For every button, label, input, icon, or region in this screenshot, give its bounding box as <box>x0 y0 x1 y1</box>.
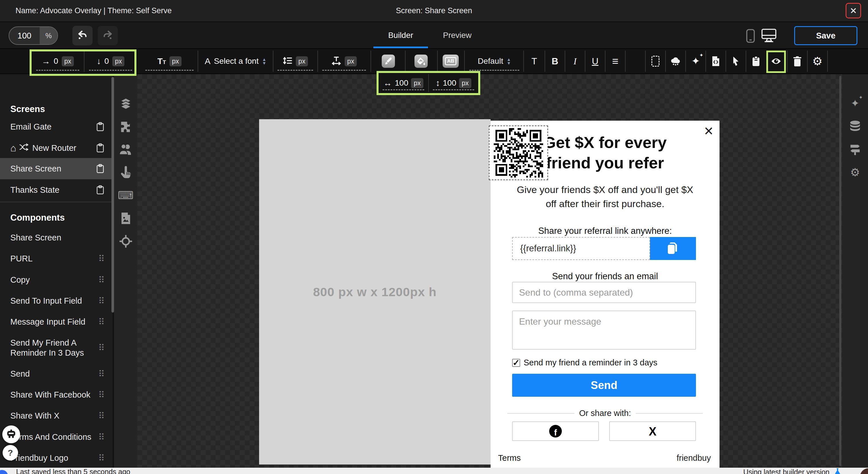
component-item-message-input[interactable]: Message Input Field ⠿ <box>0 311 113 332</box>
drag-handle-icon[interactable]: ⠿ <box>98 411 104 421</box>
canvas-scrollbar[interactable] <box>839 76 841 466</box>
component-item-purl[interactable]: PURL ⠿ <box>0 248 113 269</box>
line-height-input[interactable]: px <box>273 49 317 73</box>
letter-spacing-input[interactable]: px <box>318 49 370 73</box>
settings-button[interactable]: ⚙ <box>808 49 827 73</box>
width-value[interactable]: 100 <box>395 79 408 88</box>
chat-widget-button[interactable] <box>2 425 20 443</box>
underline-button[interactable]: U <box>585 49 605 73</box>
font-size-input[interactable]: TT px <box>141 49 197 73</box>
sidebar-item-share-screen[interactable]: Share Screen <box>0 158 113 179</box>
cloud-button[interactable] <box>666 49 685 73</box>
height-input[interactable]: ↕ 100 px <box>429 73 478 93</box>
italic-button[interactable]: I <box>565 49 585 73</box>
media-tool[interactable] <box>114 210 137 227</box>
duplicate-screen-icon[interactable] <box>96 164 104 173</box>
drag-handle-icon[interactable]: ⠿ <box>98 369 104 379</box>
drag-handle-icon[interactable]: ⠿ <box>98 254 104 264</box>
interactions-tool[interactable] <box>114 164 137 181</box>
fill-color-tool[interactable] <box>406 49 437 73</box>
routing-panel-button[interactable] <box>842 141 868 158</box>
tab-builder[interactable]: Builder <box>373 22 428 48</box>
component-item-share-x[interactable]: Share With X ⠿ <box>0 405 113 426</box>
sidebar-item-thanks-state[interactable]: Thanks State <box>0 179 113 201</box>
sidebar-scrollbar[interactable] <box>112 77 114 313</box>
redo-button[interactable] <box>98 26 118 46</box>
data-panel-button[interactable] <box>842 118 868 135</box>
builder-canvas[interactable]: 800 px w x 1200px h ✕ Get $X for every f… <box>137 74 842 468</box>
reminder-checkbox[interactable]: ✓ <box>512 359 520 367</box>
font-family-select[interactable]: A Select a font ▲▼ <box>199 49 272 73</box>
components-tool[interactable] <box>114 118 137 135</box>
component-item-reminder[interactable]: Send My Friend A Reminder In 3 Days ⠿ <box>0 332 113 363</box>
duplicate-screen-icon[interactable] <box>96 122 104 131</box>
window-close-button[interactable]: ✕ <box>846 3 861 19</box>
friendbuy-brand-link[interactable]: friendbuy <box>677 453 711 463</box>
clipboard-icon <box>752 56 760 66</box>
artboard[interactable]: 800 px w x 1200px h <box>259 119 491 465</box>
component-item-share-facebook[interactable]: Share With Facebook ⠿ <box>0 384 113 405</box>
layers-tool[interactable] <box>114 95 137 112</box>
component-item-send[interactable]: Send ⠿ <box>0 363 113 384</box>
drag-handle-icon[interactable]: ⠿ <box>98 432 104 442</box>
ab-state-toggle[interactable]: AB <box>438 49 464 73</box>
drag-handle-icon[interactable]: ⠿ <box>98 390 104 400</box>
share-facebook-button[interactable]: f <box>512 421 599 441</box>
question-icon: ? <box>8 448 13 457</box>
component-item-send-to-input[interactable]: Send To Input Field ⠿ <box>0 290 113 312</box>
drag-handle-icon[interactable]: ⠿ <box>98 453 104 463</box>
sidebar-item-email-gate[interactable]: Email Gate <box>0 116 113 137</box>
send-button[interactable]: Send <box>512 374 696 397</box>
send-to-input[interactable] <box>512 282 696 303</box>
tracking-tool[interactable] <box>114 233 137 250</box>
text-tool-button[interactable]: T <box>525 49 544 73</box>
drag-handle-icon[interactable]: ⠿ <box>98 296 104 306</box>
ai-panel-button[interactable]: ✦✦ <box>842 95 868 112</box>
message-input[interactable] <box>512 310 696 350</box>
tab-preview[interactable]: Preview <box>430 22 485 48</box>
width-input[interactable]: ↔ 100 px <box>378 73 428 93</box>
keyboard-tool[interactable]: ⌨ <box>114 187 137 204</box>
audience-tool[interactable] <box>114 141 137 158</box>
help-button[interactable]: ? <box>3 445 18 461</box>
mobile-view-toggle[interactable] <box>746 29 755 44</box>
px-unit-badge: px <box>169 56 182 66</box>
select-tool-button[interactable] <box>726 49 746 73</box>
right-tool-strip: ✦✦ ⚙ <box>842 74 868 468</box>
border-style-button[interactable] <box>646 49 665 73</box>
component-item-copy[interactable]: Copy ⠿ <box>0 269 113 290</box>
drag-handle-icon[interactable]: ⠿ <box>98 275 104 285</box>
line-height-icon <box>283 56 292 66</box>
zoom-control[interactable]: 100 % <box>9 26 58 45</box>
height-value[interactable]: 100 <box>443 79 456 88</box>
style-preset-select[interactable]: Default ▲▼ <box>465 49 523 73</box>
delete-button[interactable] <box>787 49 807 73</box>
duplicate-screen-icon[interactable] <box>96 185 104 195</box>
share-x-button[interactable]: X <box>609 421 696 441</box>
ai-assist-button[interactable]: ✦✦ <box>686 49 706 73</box>
component-item-share-screen[interactable]: Share Screen <box>0 227 113 248</box>
drag-handle-icon[interactable]: ⠿ <box>98 343 104 353</box>
bold-button[interactable]: B <box>545 49 565 73</box>
qr-code-selection[interactable] <box>489 125 548 180</box>
px-unit-badge: px <box>411 78 423 88</box>
undo-button[interactable] <box>72 26 92 46</box>
duplicate-screen-icon[interactable] <box>96 143 104 152</box>
desktop-view-toggle[interactable] <box>761 28 777 44</box>
sparkles-icon: ✦✦ <box>851 97 859 110</box>
text-color-tool[interactable] <box>372 49 404 73</box>
copy-link-button[interactable] <box>650 237 696 260</box>
clipboard-button[interactable] <box>746 49 766 73</box>
drag-handle-icon[interactable]: ⠿ <box>98 317 104 327</box>
redo-icon <box>102 29 114 42</box>
settings-panel-button[interactable]: ⚙ <box>842 164 868 181</box>
referral-link-input[interactable] <box>512 237 650 260</box>
align-button[interactable]: ≡ <box>606 49 625 73</box>
zoom-value[interactable]: 100 <box>9 27 40 44</box>
pointing-hand-icon <box>120 166 131 179</box>
code-file-button[interactable] <box>706 49 725 73</box>
sidebar-item-new-router[interactable]: ⌂ New Router <box>0 137 113 158</box>
save-button[interactable]: Save <box>794 26 857 45</box>
terms-link[interactable]: Terms <box>498 453 521 463</box>
last-saved-status: Last saved less than 5 seconds ago <box>16 468 130 474</box>
